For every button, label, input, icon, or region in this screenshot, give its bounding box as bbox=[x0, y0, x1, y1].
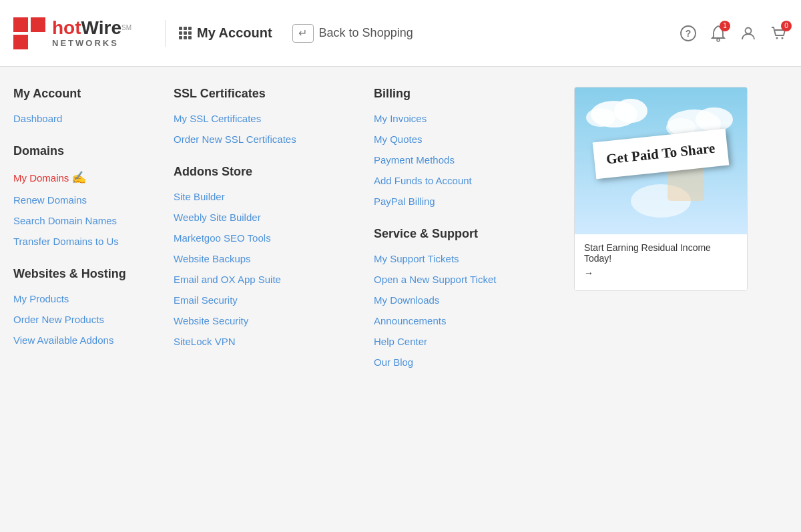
my-downloads-link[interactable]: My Downloads bbox=[374, 294, 561, 306]
weebly-link[interactable]: Weebly Site Builder bbox=[174, 212, 360, 223]
transfer-domains-link[interactable]: Transfer Domains to Us bbox=[13, 236, 160, 247]
cursor-icon: ✍ bbox=[71, 170, 86, 185]
order-new-products-link[interactable]: Order New Products bbox=[13, 314, 160, 325]
user-button[interactable] bbox=[740, 25, 757, 42]
promo-image: Get Paid To Share bbox=[575, 87, 747, 234]
promo-caption: Start Earning Residual Income Today! bbox=[584, 242, 738, 264]
help-center-link[interactable]: Help Center bbox=[374, 336, 561, 347]
promo-arrow: → bbox=[584, 268, 738, 278]
ssl-section-title: SSL Certificates bbox=[174, 87, 360, 101]
column-1: My Account Dashboard Domains My Domains … bbox=[13, 87, 160, 377]
our-blog-link[interactable]: Our Blog bbox=[374, 356, 561, 368]
back-to-shopping-button[interactable]: ↵ Back to Shopping bbox=[292, 24, 413, 43]
notifications-button[interactable]: 1 bbox=[710, 25, 726, 42]
cart-button[interactable]: 0 bbox=[770, 25, 788, 42]
support-tickets-link[interactable]: My Support Tickets bbox=[374, 253, 561, 264]
logo-area: hotWireSM NETWORKS bbox=[13, 17, 131, 49]
svg-text:?: ? bbox=[686, 28, 692, 39]
addons-section-title: Addons Store bbox=[174, 165, 360, 179]
my-ssl-link[interactable]: My SSL Certificates bbox=[174, 113, 360, 124]
search-domain-names-link[interactable]: Search Domain Names bbox=[13, 215, 160, 226]
back-to-shopping-label: Back to Shopping bbox=[319, 26, 413, 40]
question-icon: ? bbox=[680, 25, 697, 42]
user-icon bbox=[740, 25, 757, 42]
payment-methods-link[interactable]: Payment Methods bbox=[374, 154, 561, 166]
notification-badge: 1 bbox=[720, 21, 730, 31]
logo-square-1 bbox=[13, 17, 28, 32]
my-account-button[interactable]: My Account bbox=[179, 25, 272, 41]
my-domains-link[interactable]: My Domains ✍ bbox=[13, 170, 160, 185]
dashboard-link[interactable]: Dashboard bbox=[13, 113, 160, 124]
back-arrow-icon: ↵ bbox=[292, 24, 314, 43]
svg-point-8 bbox=[614, 99, 647, 123]
logo-square-3 bbox=[13, 35, 28, 49]
help-button[interactable]: ? bbox=[680, 25, 697, 42]
logo-sm: SM bbox=[121, 24, 131, 31]
header-divider bbox=[165, 20, 166, 47]
logo-square-2 bbox=[31, 17, 45, 32]
promo-card[interactable]: Get Paid To Share Start Earning Residual… bbox=[574, 87, 748, 291]
logo-brand: hotWireSM bbox=[52, 18, 131, 39]
svg-point-4 bbox=[776, 37, 778, 39]
main-content: My Account Dashboard Domains My Domains … bbox=[0, 67, 801, 397]
column-3: Billing My Invoices My Quotes Payment Me… bbox=[374, 87, 561, 377]
announcements-link[interactable]: Announcements bbox=[374, 315, 561, 326]
logo-text: hotWireSM NETWORKS bbox=[52, 18, 131, 48]
email-ox-link[interactable]: Email and OX App Suite bbox=[174, 274, 360, 285]
domains-section-title: Domains bbox=[13, 144, 160, 158]
my-quotes-link[interactable]: My Quotes bbox=[374, 134, 561, 145]
sitelock-vpn-link[interactable]: SiteLock VPN bbox=[174, 336, 360, 347]
header-right: ? 1 0 bbox=[680, 25, 788, 42]
cart-badge: 0 bbox=[781, 21, 792, 31]
svg-point-5 bbox=[782, 37, 784, 39]
column-4: Get Paid To Share Start Earning Residual… bbox=[574, 87, 748, 377]
websites-hosting-section-title: Websites & Hosting bbox=[13, 267, 160, 281]
new-support-ticket-link[interactable]: Open a New Support Ticket bbox=[374, 274, 561, 285]
view-available-addons-link[interactable]: View Available Addons bbox=[13, 334, 160, 346]
svg-point-3 bbox=[746, 27, 752, 33]
add-funds-link[interactable]: Add Funds to Account bbox=[374, 175, 561, 186]
order-ssl-link[interactable]: Order New SSL Certificates bbox=[174, 134, 360, 145]
billing-section-title: Billing bbox=[374, 87, 561, 101]
website-backups-link[interactable]: Website Backups bbox=[174, 253, 360, 264]
renew-domains-link[interactable]: Renew Domains bbox=[13, 194, 160, 206]
logo-networks: NETWORKS bbox=[52, 39, 131, 48]
grid-icon bbox=[179, 27, 192, 39]
svg-point-9 bbox=[586, 108, 615, 127]
promo-text-area: Start Earning Residual Income Today! → bbox=[575, 234, 747, 290]
svg-point-2 bbox=[717, 39, 720, 41]
marketgoo-link[interactable]: Marketgoo SEO Tools bbox=[174, 232, 360, 244]
my-products-link[interactable]: My Products bbox=[13, 293, 160, 304]
svg-point-11 bbox=[696, 107, 733, 131]
email-security-link[interactable]: Email Security bbox=[174, 294, 360, 306]
paypal-billing-link[interactable]: PayPal Billing bbox=[374, 196, 561, 207]
my-account-section-title: My Account bbox=[13, 87, 160, 101]
column-2: SSL Certificates My SSL Certificates Ord… bbox=[174, 87, 360, 377]
site-builder-link[interactable]: Site Builder bbox=[174, 191, 360, 202]
header: hotWireSM NETWORKS My Account ↵ Back to … bbox=[0, 0, 801, 67]
my-invoices-link[interactable]: My Invoices bbox=[374, 113, 561, 124]
logo-square-4 bbox=[31, 35, 45, 49]
my-account-label: My Account bbox=[197, 25, 272, 41]
website-security-link[interactable]: Website Security bbox=[174, 315, 360, 326]
support-section-title: Service & Support bbox=[374, 227, 561, 241]
